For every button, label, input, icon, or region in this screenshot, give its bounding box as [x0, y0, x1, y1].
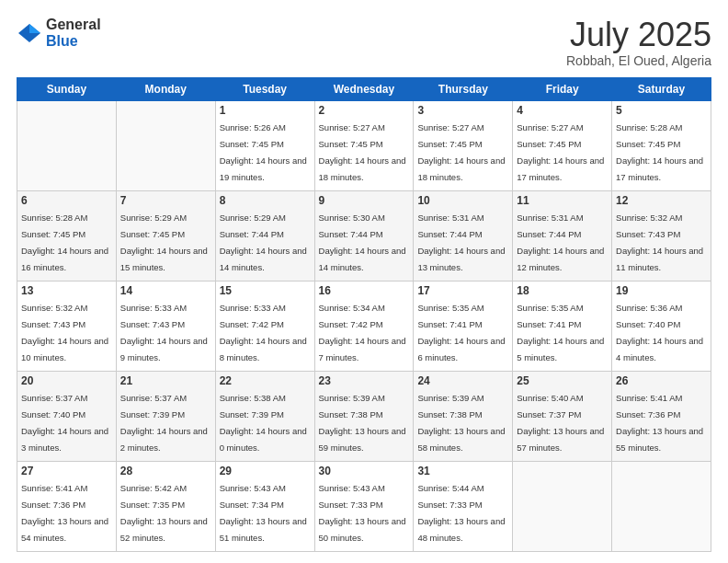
day-info: Sunrise: 5:32 AMSunset: 7:43 PMDaylight:… — [21, 303, 108, 362]
day-info: Sunrise: 5:28 AMSunset: 7:45 PMDaylight:… — [616, 122, 703, 182]
location-subtitle: Robbah, El Oued, Algeria — [566, 53, 711, 68]
day-cell: 25Sunrise: 5:40 AMSunset: 7:37 PMDayligh… — [513, 371, 612, 461]
title-area: July 2025 Robbah, El Oued, Algeria — [566, 17, 711, 68]
day-number: 4 — [517, 104, 608, 117]
day-cell: 6Sunrise: 5:28 AMSunset: 7:45 PMDaylight… — [17, 190, 117, 281]
day-number: 22 — [220, 374, 311, 387]
day-cell: 22Sunrise: 5:38 AMSunset: 7:39 PMDayligh… — [215, 371, 314, 461]
day-number: 5 — [616, 104, 707, 117]
day-cell: 15Sunrise: 5:33 AMSunset: 7:42 PMDayligh… — [215, 281, 314, 371]
day-info: Sunrise: 5:29 AMSunset: 7:44 PMDaylight:… — [220, 213, 307, 272]
day-number: 30 — [319, 465, 410, 477]
day-cell: 8Sunrise: 5:29 AMSunset: 7:44 PMDaylight… — [215, 190, 314, 281]
day-number: 10 — [417, 194, 508, 207]
day-info: Sunrise: 5:30 AMSunset: 7:44 PMDaylight:… — [319, 213, 406, 272]
day-number: 8 — [220, 194, 311, 207]
day-number: 26 — [616, 374, 707, 387]
day-info: Sunrise: 5:37 AMSunset: 7:40 PMDaylight:… — [21, 393, 108, 453]
col-friday: Friday — [513, 77, 612, 100]
week-row-1: 1Sunrise: 5:26 AMSunset: 7:45 PMDaylight… — [17, 100, 711, 190]
logo-blue-text: Blue — [46, 33, 101, 50]
day-number: 28 — [120, 465, 211, 477]
day-info: Sunrise: 5:29 AMSunset: 7:45 PMDaylight:… — [120, 213, 208, 272]
day-cell — [17, 100, 117, 190]
day-cell: 29Sunrise: 5:43 AMSunset: 7:34 PMDayligh… — [215, 461, 314, 551]
day-cell — [612, 461, 711, 551]
day-cell: 12Sunrise: 5:32 AMSunset: 7:43 PMDayligh… — [612, 190, 711, 281]
day-info: Sunrise: 5:35 AMSunset: 7:41 PMDaylight:… — [417, 303, 505, 362]
day-cell: 9Sunrise: 5:30 AMSunset: 7:44 PMDaylight… — [314, 190, 414, 281]
day-info: Sunrise: 5:26 AMSunset: 7:45 PMDaylight:… — [220, 122, 307, 182]
day-cell: 11Sunrise: 5:31 AMSunset: 7:44 PMDayligh… — [513, 190, 612, 281]
day-cell — [513, 461, 612, 551]
day-number: 6 — [21, 194, 112, 207]
week-row-5: 27Sunrise: 5:41 AMSunset: 7:36 PMDayligh… — [17, 461, 711, 551]
day-cell: 4Sunrise: 5:27 AMSunset: 7:45 PMDaylight… — [513, 100, 612, 190]
day-number: 25 — [517, 374, 608, 387]
day-number: 23 — [319, 374, 410, 387]
day-number: 17 — [417, 284, 508, 297]
day-number: 9 — [319, 194, 410, 207]
month-title: July 2025 — [566, 17, 711, 53]
day-cell: 17Sunrise: 5:35 AMSunset: 7:41 PMDayligh… — [414, 281, 513, 371]
day-info: Sunrise: 5:38 AMSunset: 7:39 PMDaylight:… — [220, 393, 307, 453]
col-monday: Monday — [116, 77, 215, 100]
day-info: Sunrise: 5:40 AMSunset: 7:37 PMDaylight:… — [517, 393, 604, 453]
day-info: Sunrise: 5:34 AMSunset: 7:42 PMDaylight:… — [319, 303, 406, 362]
day-info: Sunrise: 5:41 AMSunset: 7:36 PMDaylight:… — [21, 483, 108, 543]
day-info: Sunrise: 5:41 AMSunset: 7:36 PMDaylight:… — [616, 393, 703, 453]
day-info: Sunrise: 5:28 AMSunset: 7:45 PMDaylight:… — [21, 213, 108, 272]
week-row-3: 13Sunrise: 5:32 AMSunset: 7:43 PMDayligh… — [17, 281, 711, 371]
day-cell: 24Sunrise: 5:39 AMSunset: 7:38 PMDayligh… — [414, 371, 513, 461]
day-cell: 7Sunrise: 5:29 AMSunset: 7:45 PMDaylight… — [116, 190, 215, 281]
logo: General Blue — [17, 17, 101, 49]
day-number: 7 — [120, 194, 211, 207]
day-info: Sunrise: 5:31 AMSunset: 7:44 PMDaylight:… — [417, 213, 505, 272]
header: General Blue July 2025 Robbah, El Oued, … — [17, 17, 711, 68]
day-cell: 23Sunrise: 5:39 AMSunset: 7:38 PMDayligh… — [314, 371, 414, 461]
col-wednesday: Wednesday — [314, 77, 414, 100]
day-info: Sunrise: 5:42 AMSunset: 7:35 PMDaylight:… — [120, 483, 208, 543]
logo-general-text: General — [46, 17, 101, 33]
day-cell: 28Sunrise: 5:42 AMSunset: 7:35 PMDayligh… — [116, 461, 215, 551]
day-number: 12 — [616, 194, 707, 207]
day-cell: 21Sunrise: 5:37 AMSunset: 7:39 PMDayligh… — [116, 371, 215, 461]
day-cell: 5Sunrise: 5:28 AMSunset: 7:45 PMDaylight… — [612, 100, 711, 190]
day-info: Sunrise: 5:43 AMSunset: 7:34 PMDaylight:… — [220, 483, 307, 543]
col-tuesday: Tuesday — [215, 77, 314, 100]
day-info: Sunrise: 5:31 AMSunset: 7:44 PMDaylight:… — [517, 213, 604, 272]
day-number: 2 — [319, 104, 410, 117]
day-number: 24 — [417, 374, 508, 387]
day-info: Sunrise: 5:27 AMSunset: 7:45 PMDaylight:… — [417, 122, 505, 182]
day-info: Sunrise: 5:39 AMSunset: 7:38 PMDaylight:… — [417, 393, 505, 453]
col-saturday: Saturday — [612, 77, 711, 100]
day-cell: 30Sunrise: 5:43 AMSunset: 7:33 PMDayligh… — [314, 461, 414, 551]
day-cell: 2Sunrise: 5:27 AMSunset: 7:45 PMDaylight… — [314, 100, 414, 190]
day-info: Sunrise: 5:33 AMSunset: 7:42 PMDaylight:… — [220, 303, 307, 362]
day-number: 15 — [220, 284, 311, 297]
day-cell: 26Sunrise: 5:41 AMSunset: 7:36 PMDayligh… — [612, 371, 711, 461]
day-cell: 13Sunrise: 5:32 AMSunset: 7:43 PMDayligh… — [17, 281, 117, 371]
day-cell: 27Sunrise: 5:41 AMSunset: 7:36 PMDayligh… — [17, 461, 117, 551]
day-cell: 10Sunrise: 5:31 AMSunset: 7:44 PMDayligh… — [414, 190, 513, 281]
week-row-4: 20Sunrise: 5:37 AMSunset: 7:40 PMDayligh… — [17, 371, 711, 461]
day-number: 20 — [21, 374, 112, 387]
day-cell: 31Sunrise: 5:44 AMSunset: 7:33 PMDayligh… — [414, 461, 513, 551]
day-number: 14 — [120, 284, 211, 297]
header-row: Sunday Monday Tuesday Wednesday Thursday… — [17, 77, 711, 100]
day-number: 13 — [21, 284, 112, 297]
day-info: Sunrise: 5:43 AMSunset: 7:33 PMDaylight:… — [319, 483, 406, 543]
calendar-page: General Blue July 2025 Robbah, El Oued, … — [0, 0, 728, 563]
day-number: 29 — [220, 465, 311, 477]
day-number: 21 — [120, 374, 211, 387]
day-info: Sunrise: 5:27 AMSunset: 7:45 PMDaylight:… — [319, 122, 406, 182]
day-number: 1 — [220, 104, 311, 117]
day-number: 16 — [319, 284, 410, 297]
day-cell: 20Sunrise: 5:37 AMSunset: 7:40 PMDayligh… — [17, 371, 117, 461]
day-cell: 3Sunrise: 5:27 AMSunset: 7:45 PMDaylight… — [414, 100, 513, 190]
day-info: Sunrise: 5:36 AMSunset: 7:40 PMDaylight:… — [616, 303, 703, 362]
day-cell: 18Sunrise: 5:35 AMSunset: 7:41 PMDayligh… — [513, 281, 612, 371]
day-info: Sunrise: 5:44 AMSunset: 7:33 PMDaylight:… — [417, 483, 505, 543]
day-number: 27 — [21, 465, 112, 477]
calendar-table: Sunday Monday Tuesday Wednesday Thursday… — [17, 77, 711, 552]
